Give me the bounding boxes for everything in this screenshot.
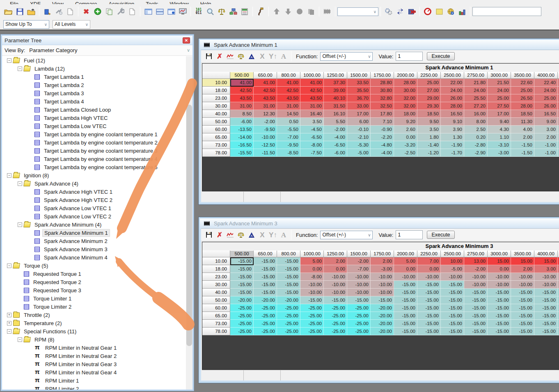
delete-icon[interactable]: ✖ [80, 6, 92, 17]
row-header[interactable]: 60.00 [202, 304, 230, 312]
table-cell[interactable]: 22.00 [441, 79, 464, 87]
chip-icon[interactable] [321, 6, 333, 17]
table-cell[interactable]: -7.00 [277, 133, 300, 141]
table-cell[interactable]: 9.40 [488, 118, 511, 126]
tree-item[interactable]: RPM Limiter in Neutral Gear 3 [2, 360, 186, 368]
table-cell[interactable]: -15.00 [394, 281, 417, 289]
table-cell[interactable]: -9.50 [254, 126, 277, 133]
parameter-tree-titlebar[interactable]: Parameter Tree ✕ [2, 36, 192, 45]
table-cell[interactable]: -10.00 [300, 281, 324, 289]
tree-item[interactable]: Target Lambda 4 [2, 97, 186, 105]
tree-item[interactable]: Target Lambda Low VTEC [2, 122, 186, 130]
table-cell[interactable]: 0.20 [464, 133, 488, 141]
table-cell[interactable]: -2.80 [464, 141, 488, 149]
table-cell[interactable]: -25.00 [324, 320, 347, 328]
table-cell[interactable]: -15.00 [488, 304, 511, 312]
table-cell[interactable]: 3.00 [534, 126, 558, 133]
tree-map-icon[interactable] [227, 6, 239, 17]
gears-icon[interactable] [383, 6, 394, 17]
swap-icon[interactable] [394, 6, 406, 17]
tracking-icon[interactable]: A [246, 230, 257, 240]
row-header[interactable]: 23.00 [202, 94, 230, 102]
table-cell[interactable]: -15.00 [441, 312, 464, 320]
table-cell[interactable]: 24.00 [441, 87, 464, 94]
table-cell[interactable]: 28.00 [394, 79, 417, 87]
close-icon[interactable]: ✕ [183, 37, 190, 44]
table-cell[interactable]: 13.00 [464, 257, 488, 265]
table-cell[interactable]: 2.00 [511, 265, 534, 273]
table-cell[interactable]: 33.00 [347, 102, 371, 110]
column-header[interactable]: 800.00 [277, 72, 300, 79]
table-cell[interactable]: -15.00 [277, 257, 300, 265]
table-cell[interactable]: 0.00 [394, 265, 417, 273]
tree-item[interactable]: Target Lambda by engine coolant temperat… [2, 155, 186, 163]
monitor-chart-icon[interactable] [177, 6, 188, 17]
record-icon[interactable] [294, 6, 305, 17]
tree-item[interactable]: Requested Torque 2 [2, 278, 186, 286]
expand-icon[interactable]: + [7, 313, 11, 317]
table-cell[interactable]: -15.00 [230, 257, 254, 265]
menu-item-window[interactable]: Window [170, 1, 189, 4]
table-cell[interactable]: 3.50 [300, 118, 324, 126]
column-header[interactable]: 1250.00 [324, 72, 347, 79]
table-cell[interactable]: -15.00 [511, 312, 534, 320]
value-input[interactable] [396, 52, 423, 61]
table-cell[interactable]: 24.00 [464, 87, 488, 94]
table-cell[interactable]: -6.00 [230, 118, 254, 126]
table-cell[interactable]: -15.00 [417, 289, 441, 296]
save-icon[interactable] [14, 6, 25, 17]
table-cell[interactable]: 42.50 [254, 87, 277, 94]
table-cell[interactable]: -6.50 [324, 141, 347, 149]
toolbar-combobox[interactable]: ∨ [337, 7, 378, 16]
table-cell[interactable]: -15.00 [394, 289, 417, 296]
menu-item-help[interactable]: Help [200, 1, 211, 4]
table-cell[interactable]: 32.80 [371, 94, 394, 102]
tree-scrollbar-thumb[interactable] [186, 105, 192, 346]
table-cell[interactable]: -8.50 [277, 149, 300, 157]
table-cell[interactable]: 2.00 [534, 133, 558, 141]
split-horizontal-icon[interactable] [154, 6, 165, 17]
scales-icon[interactable] [216, 6, 227, 17]
table-cell[interactable]: -10.00 [394, 273, 417, 281]
table-cell[interactable]: 18.00 [394, 110, 417, 118]
tree-item[interactable]: Target Lambda by engine coolant temperat… [2, 163, 186, 171]
table-cell[interactable]: -20.00 [277, 296, 300, 304]
table-cell[interactable]: -7.00 [347, 265, 371, 273]
table-cell[interactable]: -15.00 [441, 304, 464, 312]
column-header[interactable]: 500.00 [230, 250, 254, 257]
table-cell[interactable]: -15.00 [371, 296, 394, 304]
table-cell[interactable]: -15.00 [511, 328, 534, 335]
table-cell[interactable]: 5.00 [300, 257, 324, 265]
table-cell[interactable]: 43.50 [230, 94, 254, 102]
window-titlebar[interactable]: Spark Advance Minimum 1 [200, 40, 559, 50]
table-cell[interactable]: -10.00 [464, 281, 488, 289]
column-header[interactable]: 650.00 [254, 250, 277, 257]
row-header[interactable]: 30.00 [202, 102, 230, 110]
table-cell[interactable]: 0.00 [300, 265, 324, 273]
table-cell[interactable]: -15.00 [534, 304, 558, 312]
grid-corner-cell[interactable] [202, 72, 230, 79]
column-header[interactable]: 650.00 [254, 72, 277, 79]
table-cell[interactable]: 31.00 [230, 102, 254, 110]
tree-item[interactable]: Requested Torque 3 [2, 286, 186, 294]
table-cell[interactable]: 0.00 [488, 265, 511, 273]
table-cell[interactable]: 10.00 [441, 257, 464, 265]
table-cell[interactable]: 32.50 [371, 102, 394, 110]
table-cell[interactable]: -25.00 [347, 328, 371, 335]
table-cell[interactable]: -10.00 [441, 273, 464, 281]
table-cell[interactable]: 18.50 [511, 110, 534, 118]
blank-document-icon[interactable] [126, 6, 138, 17]
table-cell[interactable]: 15.00 [511, 257, 534, 265]
column-header[interactable]: 4000.00 [534, 72, 558, 79]
table-cell[interactable]: -10.00 [511, 281, 534, 289]
tree-item[interactable]: Spark Advance Minimum 1 [2, 229, 186, 237]
row-header[interactable]: 40.00 [202, 289, 230, 296]
table-cell[interactable]: 17.00 [488, 110, 511, 118]
arrow-up-icon[interactable] [271, 6, 282, 17]
table-cell[interactable]: -15.00 [441, 328, 464, 335]
tree-item[interactable]: Spark Advance High VTEC 1 [2, 188, 186, 196]
table-cell[interactable]: -15.00 [534, 312, 558, 320]
tree-item[interactable]: Spark Advance High VTEC 2 [2, 196, 186, 204]
collapse-icon[interactable]: − [18, 66, 22, 71]
y-axis-icon[interactable]: Y↑ [268, 230, 278, 240]
